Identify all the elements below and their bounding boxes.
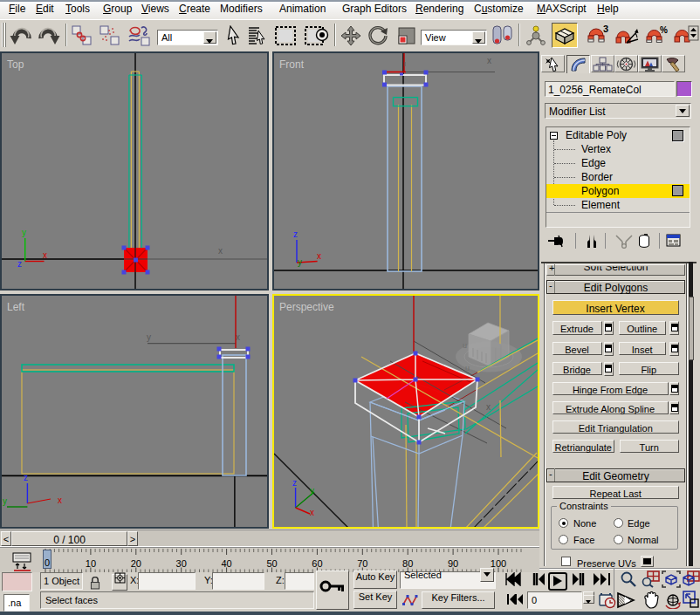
svg-text:y: y xyxy=(310,486,314,495)
svg-text:Left: Left xyxy=(7,301,25,313)
svg-text:3: 3 xyxy=(603,24,608,34)
svg-text:%: % xyxy=(660,25,668,35)
svg-text:80: 80 xyxy=(402,558,413,569)
svg-text:y: y xyxy=(22,228,26,237)
svg-text:Perspective: Perspective xyxy=(279,301,334,313)
svg-text:y: y xyxy=(298,257,302,267)
svg-text:x: x xyxy=(218,246,223,256)
svg-text:40: 40 xyxy=(221,558,231,569)
svg-text:z: z xyxy=(24,473,28,482)
svg-text:Front: Front xyxy=(279,58,305,71)
svg-text:x: x xyxy=(58,495,62,505)
svg-text:x: x xyxy=(317,251,321,261)
svg-text:Top: Top xyxy=(7,58,24,71)
svg-text:z: z xyxy=(293,229,298,239)
svg-text:70: 70 xyxy=(357,558,367,569)
svg-text:z: z xyxy=(17,259,22,269)
svg-text:x: x xyxy=(43,250,47,260)
svg-text:y: y xyxy=(147,332,151,342)
svg-text:50: 50 xyxy=(266,558,277,569)
svg-text:u: u xyxy=(463,341,467,350)
svg-text:x: x xyxy=(487,56,491,65)
svg-text:20: 20 xyxy=(131,558,141,569)
svg-text:z: z xyxy=(292,478,297,488)
svg-text:10: 10 xyxy=(86,558,96,569)
svg-text:x: x xyxy=(310,508,314,517)
svg-text:90: 90 xyxy=(448,558,458,569)
svg-text:x: x xyxy=(236,332,240,342)
svg-text:60: 60 xyxy=(312,558,322,569)
svg-text:y: y xyxy=(3,496,7,506)
svg-text:30: 30 xyxy=(176,558,187,569)
svg-text:x: x xyxy=(486,402,491,412)
